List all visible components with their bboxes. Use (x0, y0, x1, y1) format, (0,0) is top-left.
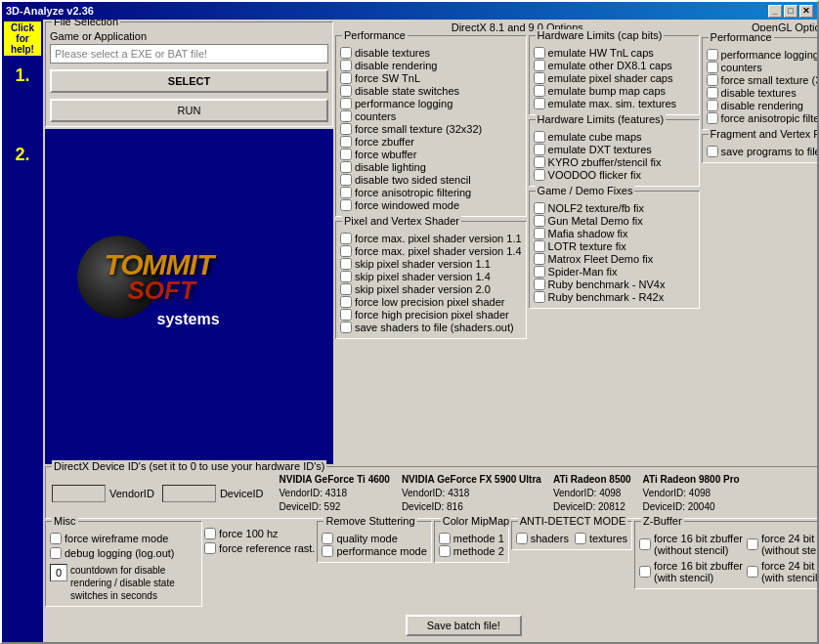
methode2-cb[interactable] (439, 545, 451, 557)
misc-wireframe-cb[interactable] (50, 533, 62, 544)
list-item: disable textures (340, 47, 522, 59)
hwfeat-items-cb-0[interactable] (534, 131, 545, 143)
gamedemo-items-cb-5[interactable] (534, 266, 545, 278)
force24-nostencil-cb[interactable] (747, 538, 758, 550)
device-id-input[interactable] (162, 485, 216, 502)
click-help-box[interactable]: Click for help! (4, 21, 41, 56)
pv-items-cb-1[interactable] (340, 245, 352, 257)
misc-100hz-cb[interactable] (204, 528, 216, 539)
opengl-items-cb-5[interactable] (707, 112, 718, 124)
pv-items-label-6: force high precision pixel shader (355, 309, 509, 321)
list-item: emulate HW TnL caps (534, 47, 695, 59)
zbuffer-title: Z-Buffer (641, 515, 684, 527)
save-batch-area: Save batch file! (45, 609, 817, 640)
vendor-id-input[interactable] (52, 485, 106, 502)
gamedemo-items-cb-4[interactable] (534, 253, 545, 265)
hwcap-items-cb-3[interactable] (534, 85, 545, 97)
perf-items-cb-9[interactable] (340, 161, 352, 173)
misc-debug-cb[interactable] (50, 547, 62, 559)
perf-items-cb-8[interactable] (340, 149, 352, 160)
fragment-title: Fragment and Vertex Programs (709, 128, 817, 140)
opengl-items-cb-2[interactable] (707, 74, 718, 86)
perf-items-cb-1[interactable] (340, 60, 352, 71)
perf-items-cb-10[interactable] (340, 174, 352, 186)
gamedemo-items-label-2: Mafia shadow fix (548, 228, 628, 239)
anti-textures-label: textures (589, 533, 627, 544)
perf-items-cb-7[interactable] (340, 136, 352, 148)
perf-items-cb-2[interactable] (340, 72, 352, 84)
pv-items-label-5: force low precision pixel shader (355, 296, 504, 308)
opengl-items-cb-4[interactable] (707, 100, 718, 111)
fragment-items-cb-0[interactable] (707, 146, 718, 157)
pv-items-cb-4[interactable] (340, 283, 352, 295)
list-item: emulate cube maps (534, 131, 695, 143)
maximize-button[interactable]: □ (784, 5, 797, 18)
perf-items-cb-3[interactable] (340, 85, 352, 97)
list-item: force high precision pixel shader (340, 309, 522, 321)
force16-nostencil-cb[interactable] (639, 538, 651, 550)
minimize-button[interactable]: _ (768, 5, 782, 18)
force24-stencil-cb[interactable] (747, 566, 758, 578)
anti-textures-cb[interactable] (575, 533, 586, 544)
pv-items-cb-7[interactable] (340, 322, 352, 333)
gamedemo-items-cb-0[interactable] (534, 202, 545, 214)
quality-mode-cb[interactable] (322, 533, 333, 544)
hwfeat-items-label-0: emulate cube maps (548, 131, 642, 143)
pv-items-cb-2[interactable] (340, 258, 352, 270)
opengl-items-cb-3[interactable] (707, 87, 718, 99)
pv-items-cb-5[interactable] (340, 296, 352, 308)
perf-items-label-12: force windowed mode (355, 199, 459, 211)
gamedemo-items-cb-1[interactable] (534, 215, 545, 227)
gamedemo-items-cb-3[interactable] (534, 240, 545, 252)
close-button[interactable]: ✕ (799, 5, 813, 18)
hwfeat-items-cb-3[interactable] (534, 169, 545, 181)
hwcap-items-cb-2[interactable] (534, 72, 545, 84)
remove-stutter-title: Remove Stuttering (323, 515, 416, 527)
select-button[interactable]: SELECT (50, 69, 328, 93)
pixel-vertex-list: force max. pixel shader version 1.1force… (340, 233, 522, 333)
list-item: emulate DXT textures (534, 144, 695, 155)
hwcap-items-cb-1[interactable] (534, 60, 545, 71)
run-button[interactable]: RUN (50, 99, 328, 122)
hwfeat-items-cb-2[interactable] (534, 156, 545, 168)
perf-items-cb-12[interactable] (340, 199, 352, 211)
list-item: force SW TnL (340, 72, 522, 84)
misc-debug-label: debug logging (log.out) (65, 547, 175, 559)
gamedemo-items-cb-2[interactable] (534, 228, 545, 239)
opengl-items-cb-0[interactable] (707, 49, 718, 61)
game-app-placeholder: Please select a EXE or BAT file! (55, 48, 207, 60)
hwcap-items-cb-0[interactable] (534, 47, 545, 59)
save-batch-button[interactable]: Save batch file! (406, 615, 522, 636)
gamedemo-items-cb-6[interactable] (534, 279, 545, 290)
force24-stencil-label: force 24 bit zbuffer(with stencil) (761, 560, 817, 583)
hwfeat-items-label-2: KYRO zbuffer/stencil fix (548, 156, 662, 168)
hwcap-items-cb-4[interactable] (534, 98, 545, 109)
device-card-3: ATi Radeon 9800 ProVendorID: 4098DeviceI… (643, 473, 740, 514)
perf-items-label-0: disable textures (355, 47, 430, 59)
performance-mode-cb[interactable] (322, 545, 333, 557)
perf-items-cb-6[interactable] (340, 123, 352, 135)
anti-shaders-cb[interactable] (516, 533, 528, 544)
hwfeat-items-cb-1[interactable] (534, 144, 545, 155)
list-item: save shaders to file (shaders.out) (340, 322, 522, 333)
countdown-input[interactable]: 0 (50, 564, 67, 581)
opengl-items-cb-1[interactable] (707, 62, 718, 73)
perf-items-cb-11[interactable] (340, 187, 352, 198)
pv-items-cb-0[interactable] (340, 233, 352, 244)
hwcap-items-label-1: emulate other DX8.1 caps (548, 60, 672, 71)
vendor-id-label: VendorID (109, 488, 154, 499)
list-item: skip pixel shader version 1.4 (340, 271, 522, 282)
force16-stencil-cb[interactable] (639, 566, 651, 578)
perf-items-cb-4[interactable] (340, 98, 352, 109)
gamedemo-items-cb-7[interactable] (534, 291, 545, 303)
perf-items-cb-0[interactable] (340, 47, 352, 59)
pv-items-cb-3[interactable] (340, 271, 352, 282)
opengl-items-label-1: counters (721, 62, 762, 73)
methode1-cb[interactable] (439, 533, 451, 544)
list-item: force low precision pixel shader (340, 296, 522, 308)
misc-refref-cb[interactable] (204, 542, 216, 554)
quality-mode-label: quality mode (336, 533, 397, 544)
perf-items-cb-5[interactable] (340, 110, 352, 122)
device-card-2: ATi Radeon 8500VendorID: 4098DeviceID: 2… (553, 473, 631, 514)
pv-items-cb-6[interactable] (340, 309, 352, 321)
